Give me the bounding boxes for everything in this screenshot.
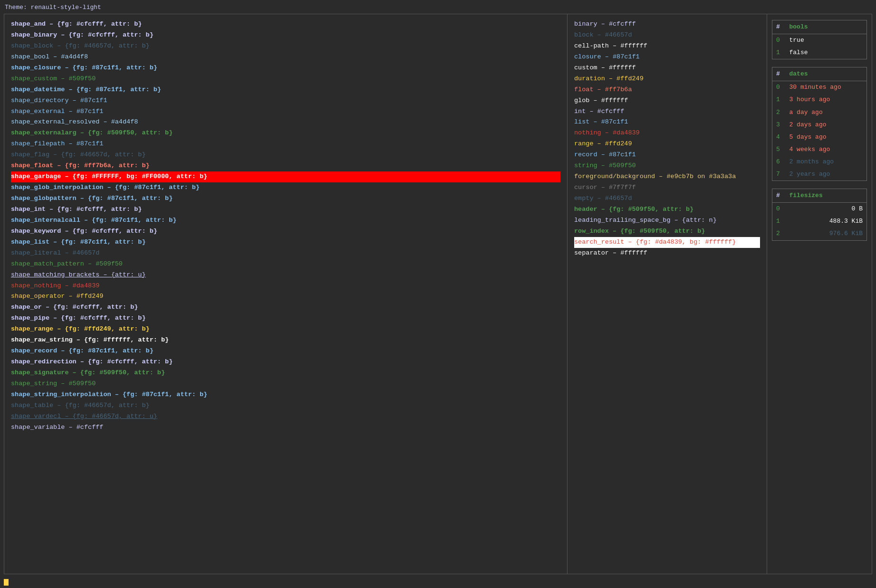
- theme-label: Theme: renault-style-light: [4, 4, 872, 11]
- table-row: 1false: [772, 47, 867, 59]
- theme-line: leading_trailing_space_bg – {attr: n}: [574, 215, 760, 226]
- filesizes-col-num: #: [772, 189, 786, 203]
- dates-col-num: #: [772, 67, 786, 81]
- type-line: block – #46657d: [574, 30, 760, 41]
- type-line: binary – #cfcfff: [574, 19, 760, 30]
- shape-line: shape_vardecl – {fg: #46657d, attr: u}: [11, 411, 560, 422]
- type-line: record – #87c1f1: [574, 150, 760, 161]
- bools-col-label: bools: [786, 20, 867, 34]
- row-value: 0 B: [786, 203, 867, 216]
- shape-line: shape_block – {fg: #46657d, attr: b}: [11, 41, 560, 52]
- table-row: 030 minutes ago: [772, 81, 867, 94]
- table-row: 32 days ago: [772, 119, 867, 131]
- shape-line: shape_float – {fg: #ff7b6a, attr: b}: [11, 161, 560, 171]
- table-row: 2a day ago: [772, 106, 867, 119]
- theme-line: empty – #46657d: [574, 193, 760, 204]
- shape-line: shape_and – {fg: #cfcfff, attr: b}: [11, 19, 560, 30]
- row-num: 1: [772, 215, 786, 228]
- row-num: 5: [772, 143, 786, 156]
- shape-line: shape_list – {fg: #87c1f1, attr: b}: [11, 237, 560, 248]
- row-value: false: [786, 47, 867, 59]
- shape-line: shape_datetime – {fg: #87c1f1, attr: b}: [11, 85, 560, 95]
- row-num: 6: [772, 156, 786, 168]
- type-line: list – #87c1f1: [574, 117, 760, 128]
- cursor: [4, 579, 9, 586]
- table-row: 62 months ago: [772, 156, 867, 168]
- shape-line: shape_or – {fg: #cfcfff, attr: b}: [11, 302, 560, 313]
- row-num: 0: [772, 34, 786, 47]
- row-value: 30 minutes ago: [786, 81, 867, 94]
- dates-col-label: dates: [786, 67, 867, 81]
- shape-line: shape_bool – #a4d4f8: [11, 52, 560, 63]
- shape-line: shape_operator – #ffd249: [11, 291, 560, 302]
- shape-line: shape_directory – #87c1f1: [11, 95, 560, 106]
- type-line: custom – #ffffff: [574, 63, 760, 74]
- row-value: 488.3 KiB: [786, 215, 867, 228]
- col-tables: # bools 0true1false # dates 030 minutes …: [767, 14, 872, 574]
- shape-line: shape_filepath – #87c1f1: [11, 139, 560, 150]
- shape-line: shape_flag – {fg: #46657d, attr: b}: [11, 150, 560, 161]
- shape-line: shape_raw_string – {fg: #ffffff, attr: b…: [11, 335, 560, 346]
- shape-line: shape_matching_brackets – {attr: u}: [11, 270, 560, 281]
- main-container: shape_and – {fg: #cfcfff, attr: b}shape_…: [4, 14, 872, 574]
- type-line: nothing – #da4839: [574, 128, 760, 139]
- row-value: 5 days ago: [786, 131, 867, 143]
- shape-line: shape_string – #509f50: [11, 379, 560, 389]
- row-num: 1: [772, 94, 786, 106]
- row-num: 0: [772, 81, 786, 94]
- shape-line: shape_internalcall – {fg: #87c1f1, attr:…: [11, 215, 560, 226]
- shape-line: shape_custom – #509f50: [11, 74, 560, 85]
- dates-table: # dates 030 minutes ago13 hours ago2a da…: [772, 67, 867, 181]
- shape-line: shape_nothing – #da4839: [11, 281, 560, 292]
- shape-line: shape_string_interpolation – {fg: #87c1f…: [11, 389, 560, 400]
- shape-line: shape_variable – #cfcfff: [11, 422, 560, 433]
- row-value: 4 weeks ago: [786, 143, 867, 156]
- shape-line: shape_signature – {fg: #509f50, attr: b}: [11, 368, 560, 379]
- table-row: 1488.3 KiB: [772, 215, 867, 228]
- theme-line: cursor – #7f7f7f: [574, 182, 760, 193]
- table-row: 0true: [772, 34, 867, 47]
- row-num: 0: [772, 203, 786, 216]
- col-shapes: shape_and – {fg: #cfcfff, attr: b}shape_…: [4, 14, 568, 574]
- table-row: 72 years ago: [772, 168, 867, 181]
- theme-line: row_index – {fg: #509f50, attr: b}: [574, 226, 760, 237]
- shape-line: shape_external – #87c1f1: [11, 106, 560, 117]
- row-value: 976.6 KiB: [786, 228, 867, 240]
- shape-line: shape_pipe – {fg: #cfcfff, attr: b}: [11, 313, 560, 324]
- row-value: 2 years ago: [786, 168, 867, 181]
- row-value: 3 hours ago: [786, 94, 867, 106]
- row-num: 4: [772, 131, 786, 143]
- row-value: 2 months ago: [786, 156, 867, 168]
- row-num: 2: [772, 106, 786, 119]
- table-row: 2976.6 KiB: [772, 228, 867, 240]
- row-num: 3: [772, 119, 786, 131]
- row-num: 1: [772, 47, 786, 59]
- shape-line: shape_closure – {fg: #87c1f1, attr: b}: [11, 63, 560, 74]
- shape-line: shape_binary – {fg: #cfcfff, attr: b}: [11, 30, 560, 41]
- shape-line: shape_match_pattern – #509f50: [11, 259, 560, 270]
- row-num: 2: [772, 228, 786, 240]
- filesizes-table: # filesizes 00 B1488.3 KiB2976.6 KiB: [772, 189, 867, 240]
- row-value: true: [786, 34, 867, 47]
- type-line: int – #cfcfff: [574, 106, 760, 117]
- row-num: 7: [772, 168, 786, 181]
- type-line: range – #ffd249: [574, 139, 760, 150]
- table-row: 45 days ago: [772, 131, 867, 143]
- row-value: 2 days ago: [786, 119, 867, 131]
- shape-line: shape_external_resolved – #a4d4f8: [11, 117, 560, 128]
- bools-table: # bools 0true1false: [772, 20, 867, 59]
- theme-line: header – {fg: #509f50, attr: b}: [574, 204, 760, 215]
- type-line: cell-path – #ffffff: [574, 41, 760, 52]
- bools-col-num: #: [772, 20, 786, 34]
- type-line: string – #509f50: [574, 161, 760, 171]
- shape-line: shape_externalarg – {fg: #509f50, attr: …: [11, 128, 560, 139]
- table-row: 54 weeks ago: [772, 143, 867, 156]
- theme-line: foreground/background – #e9cb7b on #3a3a…: [574, 171, 760, 182]
- shape-line: shape_glob_interpolation – {fg: #87c1f1,…: [11, 182, 560, 193]
- shape-line: shape_range – {fg: #ffd249, attr: b}: [11, 324, 560, 335]
- table-row: 13 hours ago: [772, 94, 867, 106]
- shape-line: shape_record – {fg: #87c1f1, attr: b}: [11, 346, 560, 357]
- type-line: closure – #87c1f1: [574, 52, 760, 63]
- row-value: a day ago: [786, 106, 867, 119]
- shape-line: shape_garbage – {fg: #FFFFFF, bg: #FF000…: [11, 171, 560, 182]
